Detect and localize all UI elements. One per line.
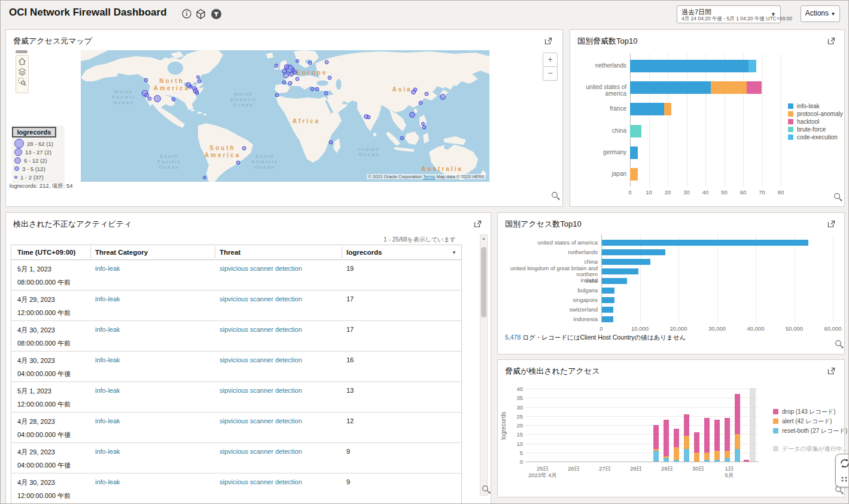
bar-access-count[interactable] xyxy=(602,297,614,303)
bar-segment-alert[interactable] xyxy=(664,456,669,458)
table-row[interactable]: 4月 29, 202304:00:00.000 午後info-leaksipvi… xyxy=(11,443,461,474)
bar-segment-reset-both[interactable] xyxy=(664,458,669,462)
bar-segment-drop[interactable] xyxy=(674,429,679,447)
time-range-selector[interactable]: 過去7日間 4月 24 04:20 午後 - 5月 1 04:20 午後 UTC… xyxy=(677,5,781,23)
bar-segment-protocol-anomaly[interactable] xyxy=(630,168,638,181)
threat-location-marker[interactable] xyxy=(367,115,370,119)
map-home-icon[interactable] xyxy=(18,57,26,66)
cell-threat-category[interactable]: info-leak xyxy=(95,387,120,394)
bar-segment-reset-both[interactable] xyxy=(684,449,689,462)
threat-location-marker[interactable] xyxy=(195,91,199,94)
column-header[interactable]: Time (UTC+09:00) xyxy=(17,245,75,259)
table-row[interactable]: 4月 30, 202312:00:00.000 午前info-leaksipvi… xyxy=(11,474,461,504)
table-row[interactable]: 4月 29, 202312:00:00.000 午前info-leaksipvi… xyxy=(11,291,461,321)
bar-segment-reset-both[interactable] xyxy=(653,451,659,462)
threat-location-marker[interactable] xyxy=(288,81,292,85)
threat-location-marker[interactable] xyxy=(172,97,175,101)
threat-location-marker[interactable] xyxy=(188,85,192,88)
table-row[interactable]: 4月 30, 202304:00:00.000 午後info-leaksipvi… xyxy=(11,352,461,382)
bar-access-count[interactable] xyxy=(602,316,613,322)
bar-access-count[interactable] xyxy=(602,249,665,255)
cell-threat[interactable]: sipvicious scanner detection xyxy=(220,295,302,303)
bar-segment-alert[interactable] xyxy=(735,434,740,448)
dashboard-cube-icon[interactable] xyxy=(196,9,206,19)
bar-segment-protocol-anomaly[interactable] xyxy=(664,103,672,115)
threat-location-marker[interactable] xyxy=(440,94,446,100)
threat-location-marker[interactable] xyxy=(328,76,331,80)
scroll-up-icon[interactable]: ▲ xyxy=(480,236,487,240)
bar-segment-protocol-anomaly[interactable] xyxy=(711,81,747,94)
legend-item[interactable]: info-leak xyxy=(788,103,820,109)
bar-segment-reset-both[interactable] xyxy=(725,458,730,462)
threat-location-marker[interactable] xyxy=(275,64,278,68)
bar-segment-drop[interactable] xyxy=(714,420,720,451)
bar-segment-info-leak[interactable] xyxy=(630,60,748,72)
record-count-link[interactable]: 5,478 xyxy=(505,334,521,341)
cell-threat[interactable]: sipvicious scanner detection xyxy=(220,265,302,272)
legend-item[interactable]: brute-force xyxy=(788,126,826,133)
bar-access-count[interactable] xyxy=(602,288,614,294)
scrollbar-thumb[interactable] xyxy=(481,247,486,317)
threat-location-marker[interactable] xyxy=(197,80,201,83)
legend-item[interactable]: code-execution xyxy=(788,134,838,140)
cell-threat-category[interactable]: info-leak xyxy=(95,265,120,272)
threat-location-marker[interactable] xyxy=(412,90,416,94)
bar-segment-reset-both[interactable] xyxy=(674,460,679,462)
threat-location-marker[interactable] xyxy=(329,140,333,144)
open-in-log-explorer-icon[interactable] xyxy=(551,191,560,200)
bar-segment-hacktool[interactable] xyxy=(747,81,762,94)
bar-segment-drop[interactable] xyxy=(653,425,659,449)
bar-segment-alert[interactable] xyxy=(653,449,659,451)
table-row[interactable]: 5月 1, 202312:00:00.000 午前info-leaksipvic… xyxy=(11,382,461,413)
bar-segment-drop[interactable] xyxy=(694,432,699,453)
world-map[interactable]: NorthPacificOceanNorthAtlanticOceanSouth… xyxy=(81,50,489,182)
map-legend-title[interactable]: logrecords xyxy=(12,127,56,138)
threat-location-marker[interactable] xyxy=(282,81,286,84)
threat-location-marker[interactable] xyxy=(144,78,148,82)
cell-threat-category[interactable]: info-leak xyxy=(95,448,120,455)
bar-segment-alert[interactable] xyxy=(684,436,689,448)
threat-location-marker[interactable] xyxy=(422,123,425,126)
cell-threat[interactable]: sipvicious scanner detection xyxy=(220,478,302,485)
bar-segment-info-leak[interactable] xyxy=(630,103,664,115)
bar-segment-drop[interactable] xyxy=(735,394,740,434)
bar-segment-alert[interactable] xyxy=(714,451,720,460)
legend-item[interactable]: drop (143 レコード) xyxy=(773,408,836,416)
threat-location-marker[interactable] xyxy=(242,146,246,150)
threat-location-marker[interactable] xyxy=(315,87,319,91)
cell-threat-category[interactable]: info-leak xyxy=(95,478,120,485)
cell-threat-category[interactable]: info-leak xyxy=(95,417,120,424)
cell-threat-category[interactable]: info-leak xyxy=(95,326,120,333)
threat-location-marker[interactable] xyxy=(291,68,295,72)
threat-location-marker[interactable] xyxy=(284,65,289,69)
threat-location-marker[interactable] xyxy=(311,87,314,91)
bar-access-count[interactable] xyxy=(602,259,650,265)
bar-access-count[interactable] xyxy=(602,240,808,246)
table-row[interactable]: 5月 1, 202308:00:00.000 午前info-leaksipvic… xyxy=(11,260,461,291)
bar-segment-info-leak[interactable] xyxy=(630,146,638,159)
cell-threat-category[interactable]: info-leak xyxy=(95,356,120,364)
threat-location-marker[interactable] xyxy=(422,126,426,129)
bar-segment-alert[interactable] xyxy=(674,447,679,460)
bar-segment-reset-both[interactable] xyxy=(704,460,710,462)
bar-segment-drop[interactable] xyxy=(684,414,689,436)
cell-threat[interactable]: sipvicious scanner detection xyxy=(220,356,302,364)
bar-segment-drop[interactable] xyxy=(704,418,710,453)
map-zoom-out-button[interactable]: − xyxy=(543,66,558,81)
table-scrollbar[interactable]: ▲ xyxy=(480,234,488,496)
bar-segment-brute-force[interactable] xyxy=(630,125,641,138)
open-in-log-explorer-icon[interactable] xyxy=(482,485,491,494)
threat-location-marker[interactable] xyxy=(275,93,279,97)
threat-location-marker[interactable] xyxy=(296,77,299,81)
bar-access-count[interactable] xyxy=(602,278,627,284)
threat-location-marker[interactable] xyxy=(325,60,328,64)
legend-item[interactable]: reset-both (27 レコード) xyxy=(773,427,847,435)
bar-access-count[interactable] xyxy=(602,268,638,274)
cell-threat[interactable]: sipvicious scanner detection xyxy=(220,417,302,424)
threat-location-marker[interactable] xyxy=(324,91,328,95)
bar-access-count[interactable] xyxy=(602,307,613,313)
legend-item[interactable]: protocol-anomaly xyxy=(788,111,843,117)
bar-segment-drop[interactable] xyxy=(725,418,730,451)
table-row[interactable]: 4月 28, 202304:00:00.000 午後info-leaksipvi… xyxy=(11,413,461,443)
map-layers-icon[interactable] xyxy=(18,68,26,76)
